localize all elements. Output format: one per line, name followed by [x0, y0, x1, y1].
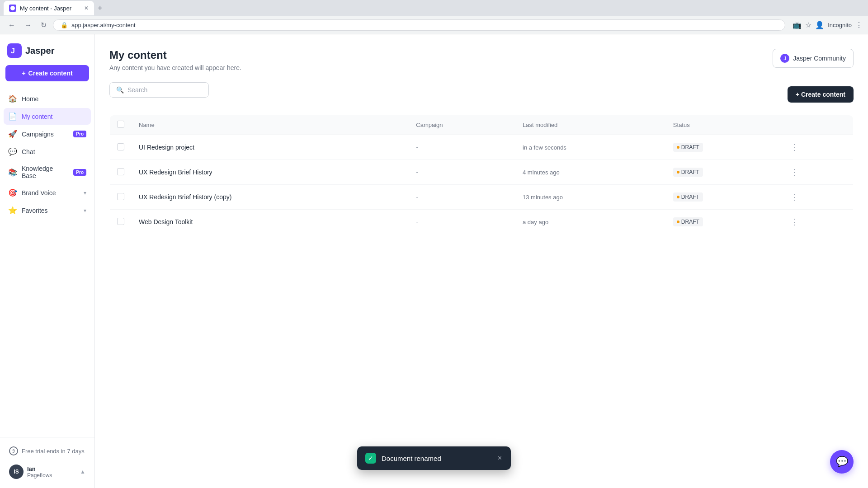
logo-text: Jasper	[25, 46, 55, 56]
toast-container: ✓ Document renamed ×	[357, 446, 511, 470]
sidebar-nav: 🏠 Home 📄 My content 🚀 Campaigns Pro 💬 Ch…	[0, 89, 94, 437]
chat-fab-icon: 💬	[836, 456, 848, 468]
user-name: Ian	[27, 465, 76, 472]
avatar: IS	[9, 465, 24, 479]
bookmark-icon[interactable]: ☆	[805, 21, 811, 29]
search-bar-container: 🔍	[109, 82, 209, 98]
toast-close-button[interactable]: ×	[497, 453, 503, 463]
sidebar-item-my-content-label: My content	[22, 113, 52, 120]
sidebar-item-home[interactable]: 🏠 Home	[4, 90, 91, 107]
table-row: UX Redesign Brief History (copy) - 13 mi…	[110, 185, 854, 210]
row-checkbox-3[interactable]	[117, 218, 124, 225]
sidebar-item-home-label: Home	[22, 95, 38, 103]
community-icon: J	[780, 54, 789, 63]
sidebar-item-favorites[interactable]: ⭐ Favorites ▾	[4, 202, 91, 219]
sidebar-item-knowledge-base-label: Knowledge Base	[22, 165, 69, 179]
row-status-3: DRAFT	[666, 210, 780, 235]
draft-dot	[677, 196, 679, 198]
sidebar-create-button[interactable]: + Create content	[5, 65, 89, 81]
profile-icon[interactable]: 👤	[815, 21, 824, 29]
row-actions-2: ⋮	[780, 185, 853, 210]
sidebar: J Jasper + Create content 🏠 Home 📄 My co…	[0, 34, 95, 488]
page-subtitle: Any content you have created will appear…	[109, 64, 241, 71]
chat-fab-button[interactable]: 💬	[830, 450, 854, 474]
row-status-2: DRAFT	[666, 185, 780, 210]
sidebar-item-chat[interactable]: 💬 Chat	[4, 143, 91, 160]
row-checkbox-1[interactable]	[117, 168, 124, 175]
row-modified-3: a day ago	[515, 210, 666, 235]
create-content-button[interactable]: + Create content	[788, 86, 854, 103]
row-menu-button-0[interactable]: ⋮	[788, 141, 801, 153]
sidebar-item-my-content[interactable]: 📄 My content	[4, 108, 91, 125]
toolbar: 🔍 + Create content	[109, 82, 854, 107]
create-plus-icon: +	[22, 70, 25, 77]
sidebar-item-brand-voice[interactable]: 🎯 Brand Voice ▾	[4, 184, 91, 201]
row-menu-button-1[interactable]: ⋮	[788, 166, 801, 178]
row-checkbox-cell	[110, 135, 132, 160]
search-input[interactable]	[127, 86, 202, 94]
draft-dot	[677, 146, 679, 149]
row-checkbox-2[interactable]	[117, 193, 124, 200]
home-icon: 🏠	[8, 94, 17, 103]
table-col-actions	[780, 115, 853, 135]
row-campaign-1: -	[409, 160, 515, 185]
search-bar[interactable]: 🔍	[109, 82, 209, 98]
table-row: Web Design Toolkit - a day ago DRAFT ⋮	[110, 210, 854, 235]
toast-success-icon: ✓	[365, 453, 376, 464]
active-tab[interactable]: My content - Jasper ✕	[4, 1, 94, 15]
forward-button[interactable]: →	[22, 19, 34, 31]
row-campaign-2: -	[409, 185, 515, 210]
draft-dot	[677, 221, 679, 223]
sidebar-item-knowledge-base[interactable]: 📚 Knowledge Base Pro	[4, 161, 91, 183]
draft-dot	[677, 171, 679, 174]
toast: ✓ Document renamed ×	[357, 446, 511, 470]
table-row: UX Redesign Brief History - 4 minutes ag…	[110, 160, 854, 185]
extensions-icon[interactable]: ⋮	[855, 21, 863, 29]
community-button[interactable]: J Jasper Community	[773, 49, 854, 68]
sidebar-create-label: Create content	[28, 70, 73, 77]
trial-icon: ⏱	[9, 446, 18, 455]
trial-text: Free trial ends in 7 days	[22, 448, 85, 455]
row-checkbox-cell	[110, 210, 132, 235]
row-modified-2: 13 minutes ago	[515, 185, 666, 210]
table-col-campaign: Campaign	[409, 115, 515, 135]
cast-icon[interactable]: 📺	[793, 21, 802, 29]
favorites-chevron-icon: ▾	[84, 207, 86, 214]
brand-voice-icon: 🎯	[8, 188, 17, 197]
favorites-icon: ⭐	[8, 206, 17, 215]
user-org: Pageflows	[27, 472, 76, 479]
row-checkbox-cell	[110, 160, 132, 185]
row-name-2: UX Redesign Brief History (copy)	[132, 185, 409, 210]
new-tab-button[interactable]: +	[96, 2, 104, 15]
table-col-checkbox	[110, 115, 132, 135]
row-actions-1: ⋮	[780, 160, 853, 185]
user-chevron-icon: ▲	[80, 469, 85, 475]
user-details: Ian Pageflows	[27, 465, 76, 479]
user-info[interactable]: IS Ian Pageflows ▲	[5, 461, 89, 483]
sidebar-item-campaigns[interactable]: 🚀 Campaigns Pro	[4, 126, 91, 142]
row-status-0: DRAFT	[666, 135, 780, 160]
address-bar[interactable]: 🔒 app.jasper.ai/my-content	[53, 19, 785, 31]
address-url: app.jasper.ai/my-content	[71, 22, 778, 28]
select-all-checkbox[interactable]	[117, 121, 124, 128]
page-title-section: My content Any content you have created …	[109, 49, 241, 71]
toast-message: Document renamed	[382, 455, 491, 462]
table-col-last-modified: Last modified	[515, 115, 666, 135]
sidebar-item-campaigns-label: Campaigns	[22, 131, 54, 138]
table-col-status: Status	[666, 115, 780, 135]
tab-close-button[interactable]: ✕	[84, 5, 89, 11]
nav-bar: ← → ↻ 🔒 app.jasper.ai/my-content 📺 ☆ 👤 I…	[0, 16, 868, 34]
sidebar-logo: J Jasper	[0, 34, 94, 65]
row-actions-3: ⋮	[780, 210, 853, 235]
row-menu-button-2[interactable]: ⋮	[788, 191, 801, 203]
table-header: Name Campaign Last modified Status	[110, 115, 854, 135]
row-name-3: Web Design Toolkit	[132, 210, 409, 235]
row-checkbox-0[interactable]	[117, 143, 124, 150]
table-col-name: Name	[132, 115, 409, 135]
row-menu-button-3[interactable]: ⋮	[788, 216, 801, 228]
trial-notice: ⏱ Free trial ends in 7 days	[5, 443, 89, 459]
create-content-label: + Create content	[796, 91, 845, 98]
reload-button[interactable]: ↻	[38, 19, 49, 31]
table-body: UI Redesign project - in a few seconds D…	[110, 135, 854, 235]
back-button[interactable]: ←	[5, 19, 18, 31]
